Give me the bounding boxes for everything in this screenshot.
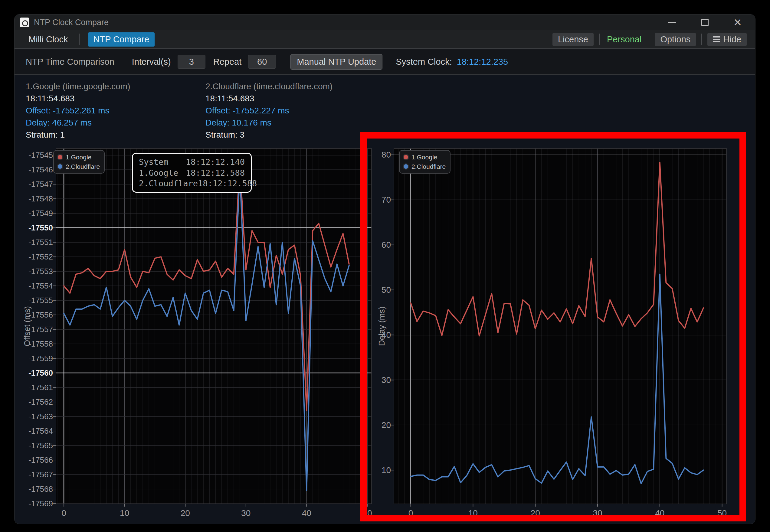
google-series-dot-icon (57, 154, 63, 160)
app-icon (20, 18, 29, 27)
tab-bar-right: License Personal Options Hide (553, 33, 747, 46)
interval-label: Interval(s) (132, 57, 171, 67)
offset-chart-legend: 1.Google 2.Cloudflare (53, 150, 105, 174)
legend-item: 1.Google (57, 152, 100, 162)
window-controls: ✕ (667, 17, 743, 28)
svg-text:-17563: -17563 (28, 412, 53, 421)
server-card-google: 1.Google (time.google.com) 18:11:54.683 … (26, 80, 195, 141)
svg-text:-17551: -17551 (28, 238, 53, 247)
svg-text:-17557: -17557 (28, 325, 53, 334)
svg-text:-17567: -17567 (28, 470, 53, 479)
svg-text:-17566: -17566 (28, 455, 53, 465)
interval-input[interactable] (178, 55, 205, 69)
svg-text:10: 10 (120, 508, 129, 518)
repeat-label: Repeat (213, 57, 242, 67)
server-card-cloudflare: 2.Cloudflare (time.cloudflare.com) 18:11… (205, 80, 375, 141)
options-button[interactable]: Options (655, 33, 696, 46)
server-time: 18:11:54.683 (26, 93, 195, 105)
svg-text:-17562: -17562 (28, 397, 53, 406)
svg-text:-17548: -17548 (28, 194, 53, 203)
tab-separator (79, 34, 80, 45)
server-delay: Delay: 10.176 ms (205, 117, 375, 129)
control-bar: NTP Time Comparison Interval(s) Repeat M… (15, 49, 755, 75)
desktop: { "window": { "title": "NTP Clock Compar… (0, 0, 770, 532)
svg-text:40: 40 (302, 508, 311, 518)
repeat-input[interactable] (248, 55, 276, 69)
svg-text:-17545: -17545 (28, 151, 53, 160)
title-bar: NTP Clock Compare ✕ (15, 15, 755, 30)
svg-text:-17569: -17569 (28, 499, 53, 508)
server-offset: Offset: -17552.261 ms (26, 105, 195, 117)
chart-tooltip: System18:12:12.140 1.Google18:12:12.588 … (132, 153, 252, 193)
svg-text:-17549: -17549 (28, 209, 53, 218)
svg-text:-17568: -17568 (28, 485, 53, 494)
menu-icon (713, 36, 720, 42)
svg-text:-17546: -17546 (28, 165, 53, 174)
server-name: 1.Google (time.google.com) (26, 80, 195, 93)
server-name: 2.Cloudflare (time.cloudflare.com) (205, 80, 375, 93)
legend-item: 2.Cloudflare (57, 162, 100, 171)
svg-text:-17565: -17565 (28, 441, 53, 450)
svg-text:-17558: -17558 (28, 339, 53, 348)
license-button[interactable]: License (553, 33, 594, 46)
minimize-icon[interactable] (667, 17, 678, 28)
server-delay: Delay: 46.257 ms (26, 117, 195, 129)
svg-text:-17552: -17552 (28, 252, 53, 261)
svg-text:-17550: -17550 (28, 223, 53, 232)
svg-text:-17561: -17561 (28, 383, 53, 392)
manual-ntp-update-button[interactable]: Manual NTP Update (290, 54, 382, 70)
svg-text:30: 30 (241, 508, 250, 518)
section-title: NTP Time Comparison (26, 57, 114, 67)
svg-text:-17547: -17547 (28, 180, 53, 189)
server-time: 18:11:54.683 (205, 93, 375, 105)
system-clock-value: 18:12:12.235 (457, 57, 508, 67)
maximize-icon[interactable] (700, 17, 710, 28)
svg-text:-17559: -17559 (28, 354, 53, 363)
offset-chart[interactable]: -17569-17568-17567-17566-17565-17564-175… (19, 139, 374, 523)
tab-milli-clock[interactable]: Milli Clock (23, 32, 73, 47)
svg-text:-17560: -17560 (28, 368, 53, 377)
cloudflare-series-dot-icon (57, 163, 63, 170)
svg-text:Offset (ms): Offset (ms) (23, 306, 32, 346)
svg-text:-17553: -17553 (28, 267, 53, 276)
svg-text:0: 0 (61, 508, 66, 518)
tooltip-row: System18:12:12.140 (139, 157, 245, 167)
tab-ntp-compare[interactable]: NTP Compare (88, 32, 155, 47)
annotation-highlight-box (360, 132, 746, 521)
svg-text:-17555: -17555 (28, 296, 53, 305)
svg-text:-17556: -17556 (28, 310, 53, 319)
tooltip-row: 1.Google18:12:12.588 (139, 168, 245, 178)
window-title: NTP Clock Compare (34, 18, 109, 27)
svg-text:-17554: -17554 (28, 281, 53, 290)
personal-label[interactable]: Personal (605, 34, 643, 44)
tooltip-row: 2.Cloudflare18:12:12.588 (139, 179, 245, 188)
server-offset: Offset: -17552.227 ms (205, 105, 375, 117)
svg-text:-17564: -17564 (28, 426, 53, 436)
hide-button-label: Hide (723, 34, 741, 44)
hide-button[interactable]: Hide (707, 33, 747, 46)
app-window: NTP Clock Compare ✕ Milli Clock NTP Comp… (14, 14, 755, 524)
system-clock-label: System Clock: (396, 57, 452, 67)
svg-text:20: 20 (181, 508, 190, 518)
close-icon[interactable]: ✕ (732, 17, 743, 28)
tab-bar: Milli Clock NTP Compare License Personal… (15, 30, 755, 49)
